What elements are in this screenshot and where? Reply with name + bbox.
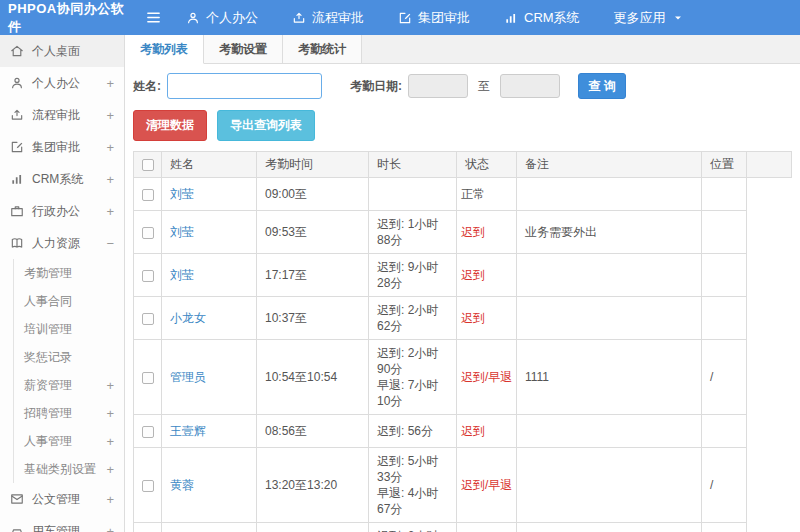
attendance-time-cell: 09:53至 bbox=[257, 211, 369, 254]
table-header-row: 姓名考勤时间时长状态备注位置 bbox=[134, 152, 792, 178]
sidebar-item-group-approval[interactable]: 集团审批+ bbox=[0, 131, 124, 163]
sidebar-item-label: 用车管理 bbox=[32, 523, 104, 532]
duration-text: 迟到: 9小时28分 bbox=[377, 259, 448, 291]
date-from-input[interactable] bbox=[408, 74, 468, 98]
expand-toggle[interactable]: + bbox=[104, 108, 114, 123]
tab-attendance-stats[interactable]: 考勤统计 bbox=[283, 35, 362, 64]
sidebar-item-vehicle-management[interactable]: 用车管理+ bbox=[0, 515, 124, 532]
employee-name-link[interactable]: 管理员 bbox=[170, 370, 206, 384]
row-checkbox-cell bbox=[134, 254, 162, 297]
note-cell: 业务需要外出 bbox=[517, 211, 702, 254]
sidebar-item-personal-desktop[interactable]: 个人桌面 bbox=[0, 35, 124, 67]
nav-item-crm-system[interactable]: CRM系统 bbox=[504, 9, 580, 27]
row-checkbox[interactable] bbox=[142, 313, 154, 325]
nav-item-more-apps[interactable]: 更多应用 bbox=[614, 9, 684, 27]
status-cell: 迟到 bbox=[457, 211, 517, 254]
mail-icon bbox=[10, 492, 24, 506]
sidebar-item-process-approval[interactable]: 流程审批+ bbox=[0, 99, 124, 131]
row-checkbox[interactable] bbox=[142, 426, 154, 438]
sidebar-subitem-recruitment-management[interactable]: 招聘管理+ bbox=[14, 399, 124, 427]
sidebar-subitem-personnel-management[interactable]: 人事管理+ bbox=[14, 427, 124, 455]
sidebar-item-label: 流程审批 bbox=[32, 107, 104, 124]
user-icon bbox=[10, 76, 24, 90]
location-cell bbox=[702, 297, 747, 340]
top-nav: 个人办公流程审批集团审批CRM系统更多应用 bbox=[186, 9, 684, 27]
row-checkbox[interactable] bbox=[142, 189, 154, 201]
expand-toggle[interactable]: + bbox=[104, 462, 114, 477]
row-checkbox[interactable] bbox=[142, 480, 154, 492]
expand-toggle[interactable]: + bbox=[104, 76, 114, 91]
sidebar-item-label: 人力资源 bbox=[32, 235, 104, 252]
duration-cell: 迟到: 5小时33分早退: 4小时67分 bbox=[369, 448, 457, 523]
status-text: 迟到/早退 bbox=[461, 478, 512, 492]
expand-toggle[interactable]: + bbox=[104, 378, 114, 393]
tab-attendance-list[interactable]: 考勤列表 bbox=[125, 35, 204, 64]
name-cell: 刘莹 bbox=[162, 178, 257, 211]
expand-toggle[interactable]: + bbox=[104, 492, 114, 507]
select-all-header-cell bbox=[134, 152, 162, 178]
nav-item-process-approval[interactable]: 流程审批 bbox=[292, 9, 364, 27]
sidebar-item-crm-system[interactable]: CRM系统+ bbox=[0, 163, 124, 195]
sidebar-subitem-salary-management[interactable]: 薪资管理+ bbox=[14, 371, 124, 399]
sidebar-subitem-attendance-management[interactable]: 考勤管理 bbox=[14, 259, 124, 287]
duration-text: 迟到: 56分 bbox=[377, 423, 448, 439]
expand-toggle[interactable]: + bbox=[104, 172, 114, 187]
row-checkbox[interactable] bbox=[142, 270, 154, 282]
hamburger-menu-icon[interactable] bbox=[145, 9, 162, 26]
location-cell: / bbox=[702, 448, 747, 523]
export-list-button[interactable]: 导出查询列表 bbox=[217, 110, 315, 141]
employee-name-link[interactable]: 小龙女 bbox=[170, 311, 206, 325]
sidebar-subitem-label: 人事管理 bbox=[24, 433, 104, 450]
select-all-checkbox[interactable] bbox=[142, 159, 154, 171]
name-cell: 黄蓉 bbox=[162, 448, 257, 523]
note-cell bbox=[517, 297, 702, 340]
action-bar: 清理数据 导出查询列表 bbox=[125, 107, 800, 151]
clean-data-button[interactable]: 清理数据 bbox=[133, 110, 207, 141]
nav-item-label: CRM系统 bbox=[524, 9, 580, 27]
table-row: 王壹辉08:56至迟到: 56分迟到 bbox=[134, 415, 792, 448]
sidebar-subitem-rewards-records[interactable]: 奖惩记录 bbox=[14, 343, 124, 371]
location-cell: / bbox=[702, 340, 747, 415]
sidebar-subitem-training-management[interactable]: 培训管理 bbox=[14, 315, 124, 343]
row-checkbox-cell bbox=[134, 340, 162, 415]
expand-toggle[interactable]: − bbox=[104, 236, 114, 251]
duration-text: 迟到: 2小时03分 bbox=[377, 528, 448, 532]
expand-toggle[interactable]: + bbox=[104, 204, 114, 219]
status-cell: 迟到 bbox=[457, 297, 517, 340]
expand-toggle[interactable]: + bbox=[104, 140, 114, 155]
attendance-table: 姓名考勤时间时长状态备注位置 刘莹09:00至正常刘莹09:53至迟到: 1小时… bbox=[133, 151, 792, 532]
name-filter-input[interactable] bbox=[167, 73, 322, 99]
sidebar-item-document-management[interactable]: 公文管理+ bbox=[0, 483, 124, 515]
sidebar-subitem-base-category-settings[interactable]: 基础类别设置+ bbox=[14, 455, 124, 483]
duration-text: 迟到: 2小时90分 bbox=[377, 345, 448, 377]
sidebar-item-admin-office[interactable]: 行政办公+ bbox=[0, 195, 124, 227]
date-to-input[interactable] bbox=[500, 74, 560, 98]
expand-toggle[interactable]: + bbox=[104, 406, 114, 421]
briefcase-icon bbox=[10, 204, 24, 218]
nav-item-personal-office[interactable]: 个人办公 bbox=[186, 9, 258, 27]
sidebar-item-human-resources[interactable]: 人力资源− bbox=[0, 227, 124, 259]
employee-name-link[interactable]: 刘莹 bbox=[170, 268, 194, 282]
location-cell bbox=[702, 415, 747, 448]
employee-name-link[interactable]: 王壹辉 bbox=[170, 424, 206, 438]
tab-attendance-settings[interactable]: 考勤设置 bbox=[204, 35, 283, 64]
expand-toggle[interactable]: + bbox=[104, 524, 114, 532]
search-button[interactable]: 查 询 bbox=[578, 73, 626, 99]
attendance-table-wrap: 姓名考勤时间时长状态备注位置 刘莹09:00至正常刘莹09:53至迟到: 1小时… bbox=[125, 151, 800, 532]
employee-name-link[interactable]: 刘莹 bbox=[170, 225, 194, 239]
status-text: 迟到/早退 bbox=[461, 370, 512, 384]
employee-name-link[interactable]: 黄蓉 bbox=[170, 478, 194, 492]
employee-name-link[interactable]: 刘莹 bbox=[170, 187, 194, 201]
row-checkbox[interactable] bbox=[142, 227, 154, 239]
attendance-time-cell: 17:17至 bbox=[257, 254, 369, 297]
row-checkbox[interactable] bbox=[142, 372, 154, 384]
status-cell: 迟到 bbox=[457, 523, 517, 532]
status-cell: 迟到 bbox=[457, 415, 517, 448]
expand-toggle[interactable]: + bbox=[104, 434, 114, 449]
date-range-separator: 至 bbox=[478, 78, 490, 95]
sidebar-subitem-personnel-contract[interactable]: 人事合同 bbox=[14, 287, 124, 315]
nav-item-group-approval[interactable]: 集团审批 bbox=[398, 9, 470, 27]
column-header: 状态 bbox=[457, 152, 517, 178]
sidebar-item-personal-office[interactable]: 个人办公+ bbox=[0, 67, 124, 99]
top-bar: PHPOA协同办公软件 个人办公流程审批集团审批CRM系统更多应用 bbox=[0, 0, 800, 35]
